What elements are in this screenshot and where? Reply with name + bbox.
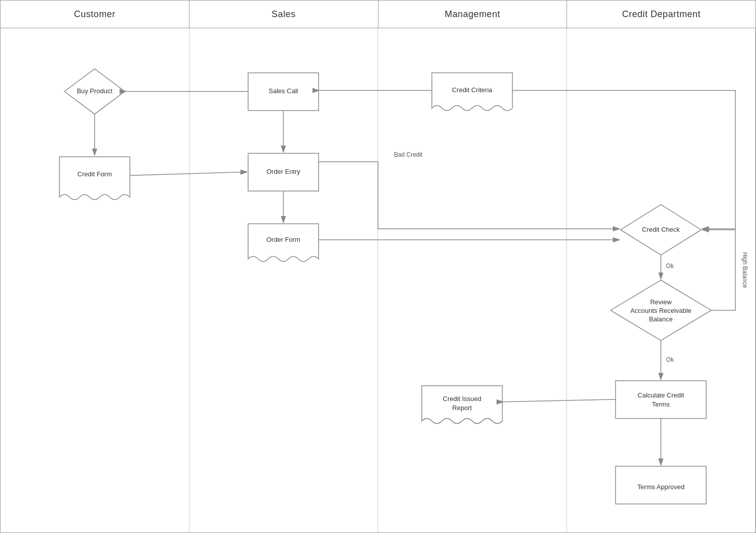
lane-label-customer: Customer: [74, 9, 115, 20]
lane-header-customer: Customer: [1, 1, 190, 28]
diagram-container: Customer Sales Management Credit Departm…: [0, 0, 756, 533]
lane-label-sales: Sales: [272, 9, 296, 20]
lane-sales: [190, 28, 379, 533]
lane-credit-dept: [567, 28, 756, 533]
lanes-body: Buy Product Credit Form Sales Call Order…: [1, 28, 755, 533]
lane-management: [378, 28, 567, 533]
lane-header-sales: Sales: [190, 1, 379, 28]
lane-customer: [1, 28, 190, 533]
lane-header-management: Management: [379, 1, 568, 28]
lane-headers: Customer Sales Management Credit Departm…: [1, 1, 755, 28]
lane-label-management: Management: [445, 9, 500, 20]
lane-label-credit: Credit Department: [622, 9, 701, 20]
lane-header-credit: Credit Department: [567, 1, 755, 28]
